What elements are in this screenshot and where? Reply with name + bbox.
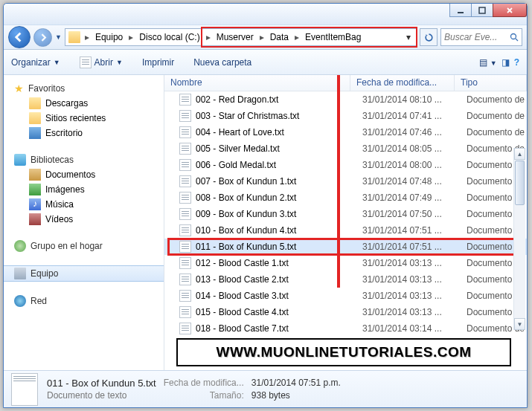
sidebar-item-recent[interactable]: Sitios recientes — [4, 111, 164, 126]
breadcrumb-item[interactable]: Equipo — [92, 29, 126, 45]
file-date: 31/01/2014 07:50 ... — [362, 209, 467, 219]
breadcrumb-item[interactable]: Data — [267, 29, 292, 45]
chevron-right-icon[interactable]: ▸ — [126, 32, 136, 42]
file-date: 31/01/2014 03:13 ... — [362, 274, 467, 285]
view-options-icon[interactable]: ▤ ▼ — [479, 57, 496, 68]
sidebar-item-documents[interactable]: Documentos — [4, 167, 164, 182]
sidebar: ★Favoritos Descargas Sitios recientes Es… — [4, 75, 164, 370]
document-icon — [179, 126, 191, 138]
document-icon — [179, 208, 191, 220]
sidebar-item-desktop[interactable]: Escritorio — [4, 126, 164, 140]
scroll-down-icon[interactable]: ▼ — [514, 318, 525, 330]
scroll-up-icon[interactable]: ▲ — [514, 148, 525, 160]
breadcrumb[interactable]: ▸ Equipo ▸ Disco local (C:) ▸ Muserver ▸… — [65, 28, 417, 46]
forward-button[interactable] — [33, 28, 52, 47]
breadcrumb-item[interactable]: EventItemBag — [302, 29, 364, 45]
sidebar-item-pictures[interactable]: Imágenes — [4, 182, 164, 197]
file-row[interactable]: 013 - Blood Castle 2.txt31/01/2014 03:13… — [164, 271, 527, 288]
document-icon — [179, 290, 191, 302]
file-row[interactable]: 015 - Blood Castle 4.txt31/01/2014 03:13… — [164, 304, 527, 320]
scroll-thumb[interactable] — [515, 161, 525, 205]
history-dropdown-icon[interactable]: ▼ — [55, 33, 62, 41]
file-row[interactable]: 014 - Blood Castle 3.txt31/01/2014 03:13… — [164, 288, 527, 304]
sidebar-item-downloads[interactable]: Descargas — [4, 96, 164, 111]
file-name: 012 - Blood Castle 1.txt — [196, 258, 362, 268]
back-button[interactable] — [8, 26, 31, 48]
close-button[interactable] — [493, 4, 527, 17]
sidebar-computer[interactable]: Equipo — [4, 265, 164, 282]
chevron-right-icon[interactable]: ▸ — [203, 32, 214, 42]
document-icon — [179, 110, 191, 122]
file-row[interactable]: 011 - Box of Kundun 5.txt31/01/2014 07:5… — [164, 239, 527, 255]
file-name: 014 - Blood Castle 3.txt — [196, 291, 362, 301]
music-icon: ♪ — [29, 198, 41, 210]
document-icon — [179, 241, 191, 253]
file-date: 31/01/2014 08:05 ... — [362, 143, 467, 154]
file-name: 009 - Box of Kundun 3.txt — [196, 209, 362, 219]
chevron-right-icon[interactable]: ▸ — [292, 32, 302, 42]
details-size-key: Tamaño: — [164, 390, 244, 401]
file-row[interactable]: 005 - Silver Medal.txt31/01/2014 08:05 .… — [164, 140, 527, 157]
file-type: Documento de — [467, 127, 525, 137]
column-type[interactable]: Tipo — [455, 75, 527, 91]
scroll-track[interactable] — [514, 206, 525, 318]
toolbar: Organizar ▼ Abrir ▼ Imprimir Nueva carpe… — [4, 50, 527, 75]
search-box[interactable]: Buscar Eve... — [440, 28, 522, 46]
scrollbar[interactable]: ▲ ▼ — [513, 148, 525, 330]
sidebar-network[interactable]: Red — [4, 294, 164, 308]
file-date: 31/01/2014 07:51 ... — [362, 242, 467, 252]
breadcrumb-item[interactable]: Disco local (C:) — [136, 29, 202, 45]
network-icon — [14, 295, 26, 307]
file-row[interactable]: 008 - Box of Kundun 2.txt31/01/2014 07:4… — [164, 190, 527, 206]
file-date: 31/01/2014 03:13 ... — [362, 307, 467, 317]
sidebar-homegroup[interactable]: Grupo en el hogar — [4, 239, 164, 253]
star-icon: ★ — [14, 82, 24, 94]
details-date-value: 31/01/2014 07:51 p.m. — [251, 378, 341, 389]
address-bar: ▼ ▸ Equipo ▸ Disco local (C:) ▸ Muserver… — [4, 25, 527, 50]
chevron-right-icon[interactable]: ▸ — [257, 32, 267, 42]
organize-button[interactable]: Organizar ▼ — [11, 57, 60, 68]
file-date: 31/01/2014 08:10 ... — [362, 94, 467, 105]
file-row[interactable]: 007 - Box of Kundun 1.txt31/01/2014 07:4… — [164, 173, 527, 190]
refresh-button[interactable] — [420, 28, 438, 46]
svg-point-2 — [511, 34, 516, 39]
details-title: 011 - Box of Kundun 5.txt — [47, 378, 156, 389]
breadcrumb-item[interactable]: Muserver — [214, 29, 257, 45]
open-button[interactable]: Abrir ▼ — [80, 56, 123, 68]
file-row[interactable]: 004 - Heart of Love.txt31/01/2014 07:46 … — [164, 124, 527, 140]
file-row[interactable]: 012 - Blood Castle 1.txt31/01/2014 03:13… — [164, 255, 527, 271]
help-icon[interactable]: ? — [514, 57, 519, 68]
file-date: 31/01/2014 07:51 ... — [362, 225, 467, 236]
file-name: 018 - Blood Castle 7.txt — [196, 323, 362, 334]
file-row[interactable]: 006 - Gold Medal.txt31/01/2014 08:00 ...… — [164, 157, 527, 173]
document-icon — [80, 56, 92, 68]
chevron-right-icon[interactable]: ▸ — [82, 32, 92, 42]
file-name: 013 - Blood Castle 2.txt — [196, 274, 362, 285]
new-folder-button[interactable]: Nueva carpeta — [193, 57, 251, 68]
file-date: 31/01/2014 08:00 ... — [362, 160, 467, 170]
maximize-button[interactable] — [471, 4, 493, 17]
file-row[interactable]: 009 - Box of Kundun 3.txt31/01/2014 07:5… — [164, 206, 527, 222]
file-row[interactable]: 002 - Red Dragon.txt31/01/2014 08:10 ...… — [164, 91, 527, 108]
file-date: 31/01/2014 03:14 ... — [362, 323, 467, 334]
document-icon — [11, 373, 38, 406]
file-type: Documento de — [467, 111, 525, 121]
file-row[interactable]: 010 - Box of Kundun 4.txt31/01/2014 07:5… — [164, 222, 527, 239]
preview-pane-icon[interactable]: ◨ — [501, 57, 510, 68]
file-row[interactable]: 018 - Blood Castle 7.txt31/01/2014 03:14… — [164, 320, 527, 337]
file-type: Documento de — [467, 94, 525, 105]
sidebar-libraries[interactable]: Bibliotecas — [4, 152, 164, 167]
sidebar-item-music[interactable]: ♪Música — [4, 197, 164, 212]
column-name[interactable]: Nombre — [164, 75, 350, 91]
print-button[interactable]: Imprimir — [142, 57, 174, 68]
file-name: 002 - Red Dragon.txt — [196, 94, 362, 105]
sidebar-favorites[interactable]: ★Favoritos — [4, 81, 164, 96]
sidebar-item-videos[interactable]: Vídeos — [4, 212, 164, 227]
file-row[interactable]: 003 - Star of Christmas.txt31/01/2014 07… — [164, 108, 527, 124]
breadcrumb-dropdown-icon[interactable]: ▾ — [403, 32, 414, 42]
minimize-button[interactable] — [449, 4, 472, 17]
svg-line-3 — [516, 39, 518, 41]
file-name: 015 - Blood Castle 4.txt — [196, 307, 362, 317]
column-date[interactable]: Fecha de modifica... — [350, 75, 455, 91]
folder-icon — [68, 31, 80, 43]
